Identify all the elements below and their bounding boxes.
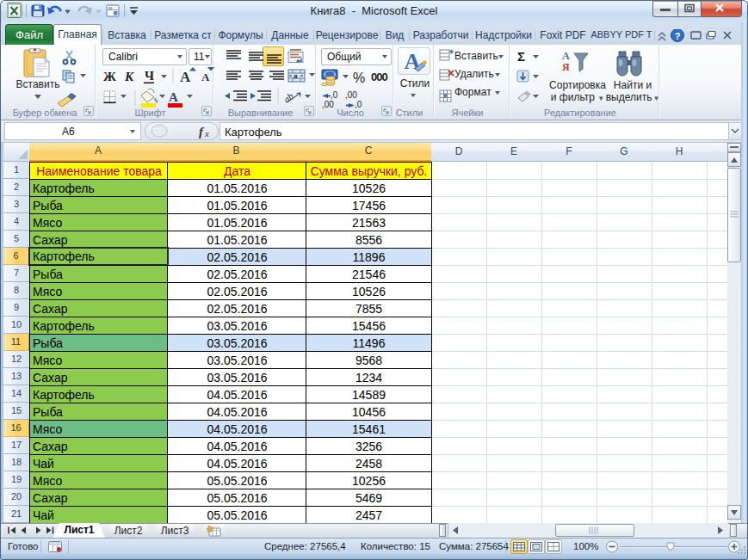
svg-text:f: f <box>199 125 205 138</box>
svg-text:Я: Я <box>562 61 570 73</box>
svg-text:Ч: Ч <box>145 69 154 83</box>
svg-text:,00: ,00 <box>322 100 334 109</box>
svg-text:,0: ,0 <box>331 90 338 100</box>
svg-text:,0: ,0 <box>355 100 362 109</box>
svg-text:Σ: Σ <box>517 49 525 64</box>
svg-text:А: А <box>169 90 178 104</box>
svg-text:000: 000 <box>371 71 387 83</box>
svg-text:А: А <box>201 71 210 83</box>
svg-text:А: А <box>562 50 570 62</box>
svg-text:?: ? <box>675 31 681 41</box>
svg-text:x: x <box>204 128 209 138</box>
svg-text:%: % <box>353 71 365 85</box>
svg-text:Ж: Ж <box>103 70 116 83</box>
svg-text:К: К <box>124 70 134 83</box>
svg-text:a: a <box>294 71 298 80</box>
svg-text:А: А <box>180 69 191 85</box>
svg-text:,00: ,00 <box>345 90 357 100</box>
svg-text:Вставить: Вставить <box>16 78 60 90</box>
